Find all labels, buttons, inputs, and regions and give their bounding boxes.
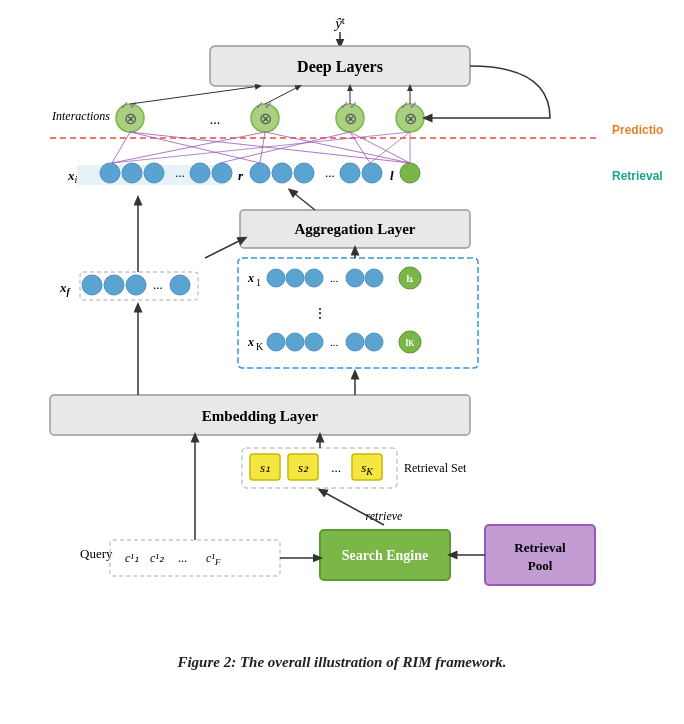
xk-c5 [365, 333, 383, 351]
svg-line-18 [205, 238, 245, 258]
query-c2: c¹₂ [150, 551, 165, 565]
query-c1: c¹₁ [125, 551, 139, 565]
deep-layers-label: Deep Layers [297, 58, 383, 76]
xk-subscript: K [256, 341, 264, 352]
caption-text: The overall illustration of RIM framewor… [240, 654, 507, 670]
retrieval-set-label: Retrieval Set [404, 461, 467, 475]
svg-line-9 [350, 132, 410, 163]
svg-line-13 [130, 86, 260, 104]
lk-text: lK [405, 337, 415, 348]
svg-line-24 [320, 490, 384, 525]
xf-c4 [170, 275, 190, 295]
x1-c1 [267, 269, 285, 287]
search-engine-label: Search Engine [342, 548, 428, 563]
svg-line-14 [265, 86, 300, 104]
xk-c1 [267, 333, 285, 351]
xf-dots: ... [153, 277, 163, 292]
interaction-dots: ... [210, 112, 221, 127]
retrieval-pool-line1: Retrieval [514, 540, 566, 555]
xf-c2 [104, 275, 124, 295]
r-circle-4 [340, 163, 360, 183]
retrieval-pool-line2: Pool [528, 558, 553, 573]
aggregation-layer-label: Aggregation Layer [295, 221, 416, 237]
r-label: r [238, 168, 244, 183]
svg-line-1 [112, 132, 130, 163]
x1-c5 [365, 269, 383, 287]
embedding-layer-label: Embedding Layer [202, 408, 319, 424]
interaction-x-1: ⊗ [124, 110, 137, 127]
l-circle [400, 163, 420, 183]
sk-dots: ... [331, 460, 341, 475]
xf-c3 [126, 275, 146, 295]
diagram-svg: ŷt Deep Layers Prediction Module Retriev… [20, 10, 664, 645]
figure-caption: Figure 2: The overall illustration of RI… [20, 654, 664, 671]
xf-c1 [82, 275, 102, 295]
xf-label: xf [59, 280, 72, 297]
x1-label: x [247, 271, 254, 285]
xi-row-bg [77, 165, 225, 185]
check-4: ✓✓ [400, 99, 418, 111]
s2-label: s₂ [298, 460, 309, 475]
x1-c4 [346, 269, 364, 287]
x1-subscript: 1 [256, 277, 261, 288]
prediction-module-label: Prediction Module [612, 123, 664, 137]
query-label: Query [80, 546, 113, 561]
xk-c4 [346, 333, 364, 351]
caption-prefix: Figure 2: [177, 654, 236, 670]
r-circle-2 [272, 163, 292, 183]
retrieve-label: retrieve [366, 509, 404, 523]
l1-text: l₁ [407, 273, 414, 284]
xk-c2 [286, 333, 304, 351]
svg-line-17 [290, 190, 315, 210]
diagram-container: ŷt Deep Layers Prediction Module Retriev… [20, 10, 664, 650]
interactions-label: Interactions [51, 109, 110, 123]
yhat-label: ŷt [333, 14, 345, 31]
query-dots: ... [178, 551, 187, 565]
r-circle-5 [362, 163, 382, 183]
interaction-x-2: ⊗ [259, 110, 272, 127]
x1-c2 [286, 269, 304, 287]
xk-label: x [247, 335, 254, 349]
l-label: l [390, 168, 394, 183]
check-3: ✓✓ [340, 99, 358, 111]
x1-dots: ... [330, 272, 339, 284]
check-1: ✓✓ [120, 99, 138, 111]
page: ŷt Deep Layers Prediction Module Retriev… [0, 0, 684, 724]
r-circle-3 [294, 163, 314, 183]
vdots: ⋮ [313, 306, 327, 321]
retrieval-pool-box [485, 525, 595, 585]
query-cf: c¹F [206, 551, 221, 567]
r-circle-1 [250, 163, 270, 183]
interaction-x-4: ⊗ [404, 110, 417, 127]
retrieval-module-label: Retrieval Module [612, 169, 664, 183]
xk-c3 [305, 333, 323, 351]
interaction-x-3: ⊗ [344, 110, 357, 127]
s1-label: s₁ [260, 460, 270, 475]
x1-c3 [305, 269, 323, 287]
xi-label-mid: xi [67, 168, 78, 185]
r-dots: ... [325, 165, 335, 180]
xk-dots: ... [330, 336, 339, 348]
